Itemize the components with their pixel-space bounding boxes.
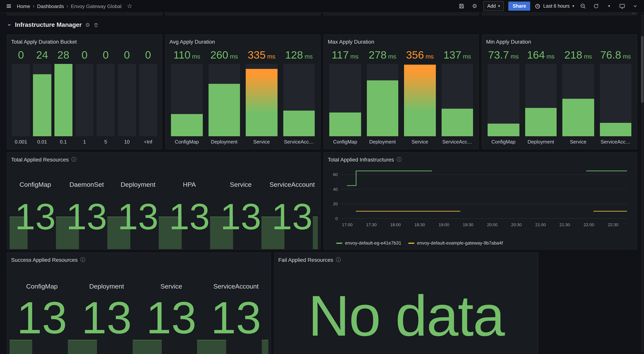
sparkline-segment: [197, 340, 204, 354]
bar-category-label: ConfigMap: [333, 139, 357, 145]
row-collapse-chevron-icon[interactable]: [7, 22, 12, 27]
bar-category-label: ConfigMap: [492, 139, 516, 145]
bar-track: [171, 64, 202, 136]
stat: HPA13: [164, 164, 215, 249]
stat-label: HPA: [164, 181, 215, 189]
panel-min-apply-duration: Min Apply Duration 73.7msConfigMap164msD…: [482, 34, 637, 149]
info-icon[interactable]: ⓘ: [80, 257, 85, 262]
panel-header[interactable]: Max Apply Duration: [324, 35, 478, 46]
svg-text:0: 0: [336, 216, 338, 221]
bar-track: [118, 64, 136, 136]
panel-title: Success Applied Resources: [11, 257, 78, 263]
zoom-out-time-button[interactable]: [579, 1, 587, 11]
bar: [54, 64, 72, 136]
panel-header[interactable]: Fail Applied Resources ⓘ: [274, 253, 538, 264]
bar-category-label: ServiceAcc…: [600, 139, 630, 145]
bar-value: 335ms: [248, 49, 275, 61]
bar-category-label: Deployment: [211, 139, 238, 145]
sparkline-segment: [68, 340, 74, 354]
bar-track: [367, 64, 398, 136]
bar-value: 218ms: [564, 49, 592, 61]
bar: [329, 113, 361, 136]
bar: [33, 74, 51, 136]
add-button[interactable]: Add ▾: [484, 1, 504, 11]
refresh-interval-caret-icon[interactable]: ▾: [605, 1, 613, 11]
bar-category-label: 0.01: [38, 139, 47, 145]
panel-header[interactable]: Total Applied Infrastructures ⓘ: [324, 153, 637, 164]
info-icon[interactable]: ⓘ: [397, 157, 402, 162]
breadcrumb-current-dashboard: Envoy Gateway Global: [71, 3, 122, 9]
no-data-body: No data: [274, 264, 538, 354]
row-settings-gear-icon[interactable]: ⚙: [85, 22, 90, 27]
share-button-label: Share: [513, 3, 526, 9]
legend-item[interactable]: envoy-default-example-gateway-9b7aba4f: [408, 240, 503, 246]
caret-down-icon: ▾: [498, 4, 500, 8]
bar-category-label: Service: [412, 139, 428, 145]
dashboard-settings-gear-icon[interactable]: ⚙: [470, 1, 479, 11]
favorite-star-icon[interactable]: ☆: [125, 1, 134, 11]
time-range-picker[interactable]: Last 6 hours ▾: [535, 3, 574, 9]
stat-grid: ConfigMap13DaemonSet13Deployment13HPA13S…: [7, 164, 320, 249]
bar-category-label: 1: [83, 139, 86, 145]
panel-header[interactable]: Success Applied Resources ⓘ: [7, 253, 271, 264]
bar-column: 117msConfigMap: [329, 49, 361, 145]
legend-series-name: envoy-default-eg-e41e7b31: [345, 240, 401, 246]
info-icon[interactable]: ⓘ: [336, 257, 341, 262]
panel-header[interactable]: Avg Apply Duration: [166, 35, 320, 46]
stat-value: 13: [139, 300, 204, 336]
bar-category-label: Service: [253, 139, 270, 145]
refresh-button[interactable]: [592, 1, 600, 11]
panel-header[interactable]: Total Applied Resources ⓘ: [7, 153, 320, 164]
panel-resize-handle[interactable]: [634, 13, 635, 14]
collapse-navbar-button[interactable]: [631, 1, 640, 11]
stat: ServiceAccount13: [266, 164, 318, 249]
bar-category-label: 0.001: [15, 139, 27, 145]
clipped-panel: [324, 12, 479, 15]
time-series-chart: 020406017:0017:3018:0018:3019:0019:3020:…: [328, 165, 630, 229]
panel-header[interactable]: Min Apply Duration: [482, 35, 637, 46]
stat-value: 13: [164, 202, 215, 231]
breadcrumb-home[interactable]: Home: [17, 3, 30, 9]
time-range-label: Last 6 hours: [543, 3, 570, 9]
bar-column: 110msConfigMap: [171, 49, 202, 145]
monitor-icon: [619, 3, 625, 9]
bar-track: [600, 64, 631, 136]
breadcrumb: Home › Dashboards › Envoy Gateway Global: [17, 3, 122, 9]
legend-item[interactable]: envoy-default-eg-e41e7b31: [336, 240, 401, 246]
row-title[interactable]: Infrastructure Manager: [15, 21, 82, 28]
bar-track: [139, 64, 157, 136]
bar: [283, 110, 315, 136]
bar-track: [329, 64, 361, 136]
bar-category-label: 0.1: [60, 139, 67, 145]
panel-row-results: Success Applied Resources ⓘ ConfigMap13D…: [7, 253, 637, 354]
save-dashboard-button[interactable]: [457, 1, 466, 11]
bar-column: 240.01: [33, 49, 51, 145]
scrollbar-thumb[interactable]: [641, 36, 644, 103]
legend-color-dash: [408, 242, 414, 244]
bar-value: 356ms: [406, 49, 434, 61]
kiosk-mode-button[interactable]: [618, 1, 626, 11]
bar-gauge: 117msConfigMap278msDeployment356msServic…: [324, 46, 478, 149]
bar-column: 010: [118, 49, 136, 145]
panel-row-totals: Total Applied Resources ⓘ ConfigMap13Dae…: [7, 152, 637, 249]
stat-value: 13: [204, 300, 268, 336]
page-scrollbar: [641, 14, 644, 353]
bar-category-label: +Inf: [144, 139, 152, 145]
row-delete-trash-icon[interactable]: [94, 22, 98, 27]
panel-title: Max Apply Duration: [328, 38, 374, 45]
svg-text:17:00: 17:00: [342, 222, 352, 227]
panel-header[interactable]: Total Apply Duration Bucket: [7, 35, 162, 46]
legend-series-name: envoy-default-example-gateway-9b7aba4f: [417, 240, 503, 246]
share-button[interactable]: Share: [508, 1, 530, 11]
stat-value: 13: [215, 202, 266, 231]
breadcrumb-dashboards[interactable]: Dashboards: [37, 3, 64, 9]
bar-track: [76, 64, 94, 136]
bar-column: 01: [76, 49, 94, 145]
bar-track: [525, 64, 556, 136]
svg-text:18:30: 18:30: [414, 222, 425, 227]
panel-total-applied-resources: Total Applied Resources ⓘ ConfigMap13Dae…: [7, 152, 320, 249]
info-icon[interactable]: ⓘ: [71, 157, 76, 162]
bar-track: [404, 64, 436, 136]
svg-text:20:30: 20:30: [511, 222, 522, 227]
menu-toggle-button[interactable]: [4, 1, 13, 11]
